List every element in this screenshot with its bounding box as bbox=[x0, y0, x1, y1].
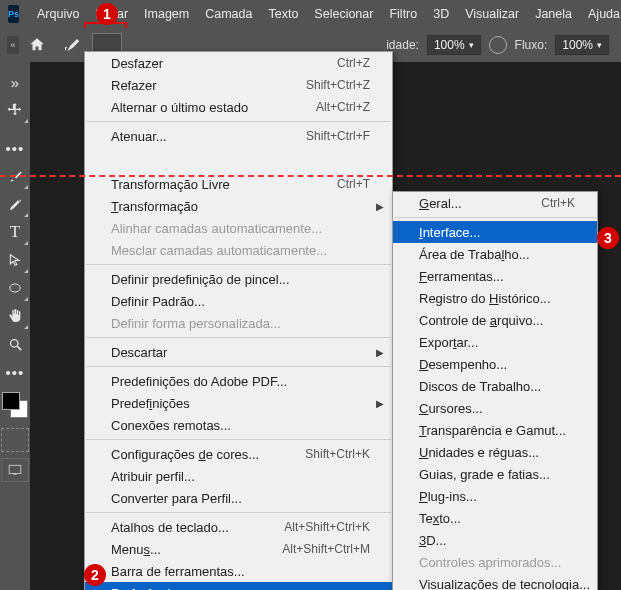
zoom-tool[interactable] bbox=[1, 330, 29, 358]
pref-menu-item-9[interactable]: Discos de Trabalho... bbox=[393, 375, 597, 397]
svg-point-0 bbox=[10, 284, 21, 292]
edit-menu-item-4[interactable]: Atenuar...Shift+Ctrl+F bbox=[85, 125, 392, 147]
menu-arquivo[interactable]: Arquivo bbox=[29, 2, 87, 26]
flow-label: Fluxo: bbox=[515, 38, 548, 52]
home-icon[interactable] bbox=[24, 32, 50, 58]
menu-item-label: Controle de arquivo... bbox=[419, 313, 543, 328]
submenu-arrow-icon: ▶ bbox=[376, 347, 384, 358]
pref-menu-item-10[interactable]: Cursores... bbox=[393, 397, 597, 419]
edit-toolbar-icon[interactable]: ••• bbox=[1, 358, 29, 386]
edit-menu-item-2[interactable]: Alternar o último estadoAlt+Ctrl+Z bbox=[85, 96, 392, 118]
edit-menu-item-12[interactable]: Definir Padrão... bbox=[85, 290, 392, 312]
menu-item-shortcut: Alt+Shift+Ctrl+K bbox=[284, 520, 370, 534]
pref-menu-item-0[interactable]: Geral...Ctrl+K bbox=[393, 192, 597, 214]
menu-texto[interactable]: Texto bbox=[260, 2, 306, 26]
menu-item-shortcut: Alt+Ctrl+Z bbox=[316, 100, 370, 114]
pref-menu-item-13[interactable]: Guias, grade e fatias... bbox=[393, 463, 597, 485]
pref-menu-item-17: Controles aprimorados... bbox=[393, 551, 597, 573]
menu-visualizar[interactable]: Visualizar bbox=[457, 2, 527, 26]
edit-menu-item-11[interactable]: Definir predefinição de pincel... bbox=[85, 268, 392, 290]
edit-menu-item-19[interactable]: Conexões remotas... bbox=[85, 414, 392, 436]
edit-menu-item-22[interactable]: Atribuir perfil... bbox=[85, 465, 392, 487]
menu-item-label: Configurações de cores... bbox=[111, 447, 259, 462]
menu-separator bbox=[86, 264, 391, 265]
menu-separator bbox=[86, 439, 391, 440]
menu-selecionar[interactable]: Selecionar bbox=[306, 2, 381, 26]
foreground-color-swatch[interactable] bbox=[2, 392, 20, 410]
edit-menu-item-25[interactable]: Atalhos de teclado...Alt+Shift+Ctrl+K bbox=[85, 516, 392, 538]
type-tool[interactable]: T bbox=[1, 218, 29, 246]
edit-menu-item-18[interactable]: Predefinições▶ bbox=[85, 392, 392, 414]
path-select-tool[interactable] bbox=[1, 246, 29, 274]
quick-mask-icon[interactable] bbox=[1, 428, 29, 452]
menu-item-label: Preferências bbox=[111, 586, 184, 591]
menu-filtro[interactable]: Filtro bbox=[381, 2, 425, 26]
pref-menu-item-2[interactable]: Interface... bbox=[393, 221, 597, 243]
menu-item-label: Desfazer bbox=[111, 56, 163, 71]
tools-panel: » ••• T ••• bbox=[0, 62, 30, 590]
menu-item-label: Geral... bbox=[419, 196, 462, 211]
edit-menu-item-17[interactable]: Predefinições do Adobe PDF... bbox=[85, 370, 392, 392]
edit-menu-item-23[interactable]: Converter para Perfil... bbox=[85, 487, 392, 509]
menu-item-shortcut: Ctrl+Z bbox=[337, 56, 370, 70]
pen-tool[interactable] bbox=[1, 190, 29, 218]
menu-item-label: Atalhos de teclado... bbox=[111, 520, 229, 535]
menu-gap bbox=[85, 147, 392, 173]
pref-menu-item-14[interactable]: Plug-ins... bbox=[393, 485, 597, 507]
edit-menu-item-27[interactable]: Barra de ferramentas... bbox=[85, 560, 392, 582]
pref-menu-item-7[interactable]: Exportar... bbox=[393, 331, 597, 353]
screen-mode-icon[interactable] bbox=[1, 458, 29, 482]
menu-item-label: Converter para Perfil... bbox=[111, 491, 242, 506]
menu-item-shortcut: Shift+Ctrl+F bbox=[306, 129, 370, 143]
brush-tool-icon[interactable] bbox=[58, 32, 84, 58]
menu-janela[interactable]: Janela bbox=[527, 2, 580, 26]
menu-item-label: Definir Padrão... bbox=[111, 294, 205, 309]
edit-menu-item-7[interactable]: Transformação▶ bbox=[85, 195, 392, 217]
color-swatches[interactable] bbox=[2, 392, 28, 418]
pref-menu-item-12[interactable]: Unidades e réguas... bbox=[393, 441, 597, 463]
menu-ajuda[interactable]: Ajuda bbox=[580, 2, 621, 26]
pref-menu-item-3[interactable]: Área de Trabalho... bbox=[393, 243, 597, 265]
edit-menu-item-28[interactable]: Preferências▶ bbox=[85, 582, 392, 590]
edit-menu-item-15[interactable]: Descartar▶ bbox=[85, 341, 392, 363]
pref-menu-item-15[interactable]: Texto... bbox=[393, 507, 597, 529]
pref-menu-item-16[interactable]: 3D... bbox=[393, 529, 597, 551]
collapse-icon[interactable]: « bbox=[6, 35, 20, 55]
pref-menu-item-6[interactable]: Controle de arquivo... bbox=[393, 309, 597, 331]
edit-menu-item-1[interactable]: RefazerShift+Ctrl+Z bbox=[85, 74, 392, 96]
menu-item-label: Conexões remotas... bbox=[111, 418, 231, 433]
callout-3: 3 bbox=[597, 227, 619, 249]
edit-menu-item-8: Alinhar camadas automaticamente... bbox=[85, 217, 392, 239]
menu-camada[interactable]: Camada bbox=[197, 2, 260, 26]
svg-rect-3 bbox=[9, 465, 21, 473]
edit-menu-item-26[interactable]: Menus...Alt+Shift+Ctrl+M bbox=[85, 538, 392, 560]
menu-item-label: Menus... bbox=[111, 542, 161, 557]
menu-item-shortcut: Ctrl+T bbox=[337, 177, 370, 191]
menu-item-label: Guias, grade e fatias... bbox=[419, 467, 550, 482]
pref-menu-item-5[interactable]: Registro do Histórico... bbox=[393, 287, 597, 309]
menu-item-label: Definir predefinição de pincel... bbox=[111, 272, 290, 287]
menu-imagem[interactable]: Imagem bbox=[136, 2, 197, 26]
flow-field[interactable]: 100%▾ bbox=[555, 35, 609, 55]
callout-2: 2 bbox=[84, 564, 106, 586]
hand-tool[interactable] bbox=[1, 302, 29, 330]
menu-item-shortcut: Shift+Ctrl+Z bbox=[306, 78, 370, 92]
menu-3d[interactable]: 3D bbox=[425, 2, 457, 26]
edit-menu-item-0[interactable]: DesfazerCtrl+Z bbox=[85, 52, 392, 74]
pref-menu-item-18[interactable]: Visualizações de tecnologia... bbox=[393, 573, 597, 590]
pref-menu-item-8[interactable]: Desempenho... bbox=[393, 353, 597, 375]
opacity-field[interactable]: 100%▾ bbox=[427, 35, 481, 55]
edit-menu-item-21[interactable]: Configurações de cores...Shift+Ctrl+K bbox=[85, 443, 392, 465]
menu-item-label: Unidades e réguas... bbox=[419, 445, 539, 460]
pref-menu-item-4[interactable]: Ferramentas... bbox=[393, 265, 597, 287]
move-tool-icon[interactable] bbox=[1, 96, 29, 124]
expand-arrows-icon[interactable]: » bbox=[1, 68, 29, 96]
pref-menu-item-11[interactable]: Transparência e Gamut... bbox=[393, 419, 597, 441]
pressure-opacity-icon[interactable] bbox=[489, 36, 507, 54]
menu-item-label: Desempenho... bbox=[419, 357, 507, 372]
opacity-label: idade: bbox=[386, 38, 419, 52]
hidden-tools-icon[interactable]: ••• bbox=[1, 134, 29, 162]
menu-separator bbox=[86, 366, 391, 367]
edit-menu-item-13: Definir forma personalizada... bbox=[85, 312, 392, 334]
shape-tool[interactable] bbox=[1, 274, 29, 302]
